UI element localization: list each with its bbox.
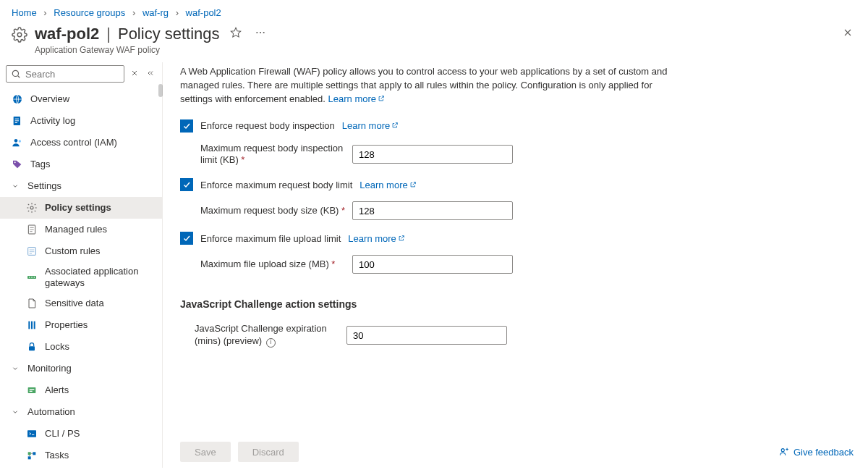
breadcrumb: Home › Resource groups › waf-rg › waf-po…: [0, 0, 868, 18]
breadcrumb-rg-name[interactable]: waf-rg: [142, 7, 169, 18]
sidebar-item-label: Tasks: [45, 450, 69, 461]
learn-more-link[interactable]: Learn more: [359, 180, 416, 190]
chevron-down-icon: [12, 182, 19, 190]
sidebar-item-associated-gateways[interactable]: Associated application gateways: [0, 262, 162, 293]
close-button[interactable]: [839, 24, 856, 43]
sidebar-group-label: Monitoring: [27, 363, 72, 374]
svg-rect-13: [15, 119, 19, 119]
svg-rect-43: [28, 456, 31, 459]
max-file-upload-input[interactable]: [352, 255, 513, 274]
sidebar-item-overview[interactable]: Overview: [0, 88, 162, 110]
sidebar-group-monitoring[interactable]: Monitoring: [0, 358, 162, 379]
enforce-file-upload-checkbox[interactable]: [180, 232, 193, 245]
sidebar-item-custom-rules[interactable]: Custom rules: [0, 240, 162, 262]
search-icon: [11, 69, 21, 79]
field-label: JavaScript Challenge expiration (mins) (…: [195, 323, 346, 348]
breadcrumb-resource[interactable]: waf-pol2: [186, 7, 221, 18]
svg-line-8: [18, 76, 20, 78]
title-separator: |: [106, 25, 111, 43]
svg-rect-14: [15, 120, 19, 121]
sidebar-item-cli[interactable]: CLI / PS: [0, 423, 162, 445]
sidebar-item-locks[interactable]: Locks: [0, 336, 162, 358]
breadcrumb-resource-groups[interactable]: Resource groups: [54, 7, 125, 18]
svg-point-19: [30, 206, 33, 209]
sidebar-item-label: Locks: [45, 341, 69, 353]
main-content: A Web Application Firewall (WAF) policy …: [163, 62, 868, 468]
svg-point-4: [263, 32, 264, 33]
sidebar-item-label: Tags: [30, 159, 50, 170]
more-button[interactable]: [252, 24, 269, 43]
svg-point-29: [29, 277, 30, 278]
sidebar-item-alerts[interactable]: Alerts: [0, 379, 162, 401]
learn-more-link[interactable]: Learn more: [348, 233, 404, 244]
sidebar-group-automation[interactable]: Automation: [0, 401, 162, 423]
save-button[interactable]: Save: [180, 442, 231, 462]
sidebar-item-label: CLI / PS: [45, 428, 80, 440]
svg-point-3: [260, 32, 261, 33]
svg-rect-36: [28, 387, 36, 393]
svg-rect-38: [30, 391, 33, 392]
external-link-icon: [378, 95, 385, 102]
field-label: Maximum request body size (KB) *: [200, 205, 352, 217]
info-icon[interactable]: i: [266, 338, 276, 348]
sidebar-nav: Overview Activity log Access control (IA…: [0, 88, 162, 468]
chevron-right-icon: ›: [132, 7, 135, 18]
resource-type: Application Gateway WAF policy: [35, 45, 269, 55]
external-link-icon: [391, 122, 399, 129]
more-icon: [255, 27, 266, 38]
gear-icon: [12, 27, 27, 43]
footer-bar: Save Discard Give feedback: [180, 431, 854, 468]
sidebar-item-properties[interactable]: Properties: [0, 314, 162, 336]
breadcrumb-home[interactable]: Home: [12, 7, 37, 18]
give-feedback-link[interactable]: Give feedback: [779, 447, 854, 458]
discard-button[interactable]: Discard: [238, 442, 299, 462]
svg-rect-42: [33, 452, 35, 455]
js-expiration-input[interactable]: [346, 326, 507, 345]
sidebar-item-sensitive-data[interactable]: Sensitive data: [0, 293, 162, 314]
sidebar-item-export-template[interactable]: Export template: [0, 466, 162, 468]
svg-rect-39: [27, 430, 36, 437]
lock-icon: [26, 341, 38, 353]
sidebar-group-label: Settings: [27, 180, 61, 192]
enforce-max-body-checkbox[interactable]: [180, 178, 193, 191]
gear-icon: [26, 202, 38, 214]
sidebar-item-iam[interactable]: Access control (IAM): [0, 132, 162, 154]
resource-name: waf-pol2: [35, 25, 99, 43]
person-icon: [12, 137, 23, 148]
log-icon: [12, 115, 23, 127]
page-title: Policy settings: [118, 25, 220, 43]
sidebar-item-managed-rules[interactable]: Managed rules: [0, 219, 162, 240]
svg-point-2: [256, 32, 258, 33]
check-icon: [182, 234, 191, 243]
learn-more-link[interactable]: Learn more: [342, 120, 399, 131]
sidebar-item-label: Sensitive data: [45, 298, 104, 309]
chevron-right-icon: ›: [176, 7, 179, 18]
svg-rect-34: [34, 321, 35, 329]
sidebar-item-tags[interactable]: Tags: [0, 154, 162, 175]
max-body-inspection-input[interactable]: [352, 145, 513, 164]
svg-rect-24: [28, 248, 36, 256]
sidebar-item-tasks[interactable]: Tasks: [0, 445, 162, 466]
chevron-down-icon: [12, 408, 19, 416]
close-icon: [130, 69, 139, 77]
collapse-sidebar-button[interactable]: [145, 67, 156, 81]
svg-rect-33: [31, 321, 33, 329]
sidebar-item-label: Access control (IAM): [30, 137, 117, 148]
check-icon: [182, 122, 191, 130]
clear-search-button[interactable]: [129, 67, 140, 81]
enforce-body-inspection-checkbox[interactable]: [180, 119, 193, 133]
sidebar-item-policy-settings[interactable]: Policy settings: [0, 197, 162, 219]
globe-icon: [12, 93, 23, 105]
search-input[interactable]: [25, 69, 119, 80]
sidebar-item-activity-log[interactable]: Activity log: [0, 110, 162, 132]
max-body-size-input[interactable]: [352, 201, 513, 220]
search-box[interactable]: [6, 65, 124, 83]
favorite-button[interactable]: [227, 24, 244, 43]
learn-more-link[interactable]: Learn more: [328, 93, 385, 104]
field-label: Maximum request body inspection limit (K…: [200, 143, 352, 167]
check-icon: [182, 180, 191, 189]
sidebar-item-label: Overview: [30, 93, 69, 105]
chevron-left-double-icon: [146, 69, 155, 77]
sidebar-group-settings[interactable]: Settings: [0, 175, 162, 197]
document-icon: [26, 298, 38, 309]
